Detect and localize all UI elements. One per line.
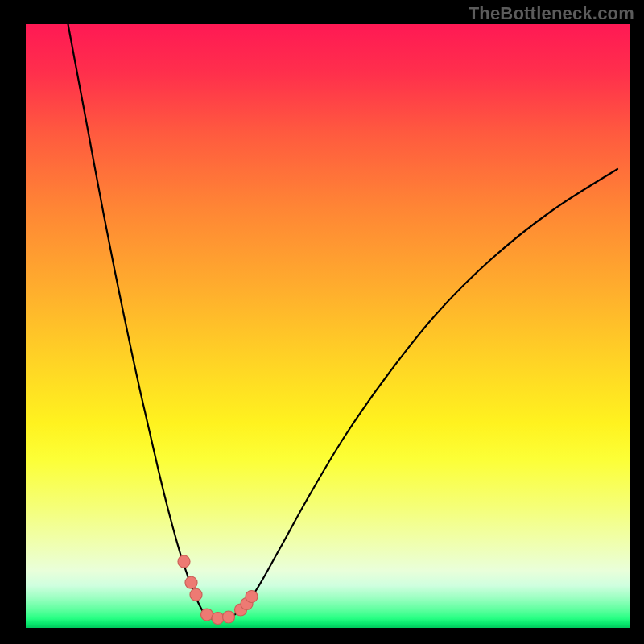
optimal-marker [190,588,202,601]
optimal-marker [223,611,235,623]
plot-area [26,24,630,628]
watermark-text: TheBottleneck.com [469,3,634,24]
optimal-marker [201,609,213,621]
optimal-markers [178,555,258,625]
optimal-marker [178,555,190,568]
bottleneck-curve [68,24,618,620]
optimal-marker [212,613,224,625]
chart-svg [26,24,630,628]
outer-frame: TheBottleneck.com [0,0,644,644]
optimal-marker [246,591,258,603]
optimal-marker [185,576,197,588]
